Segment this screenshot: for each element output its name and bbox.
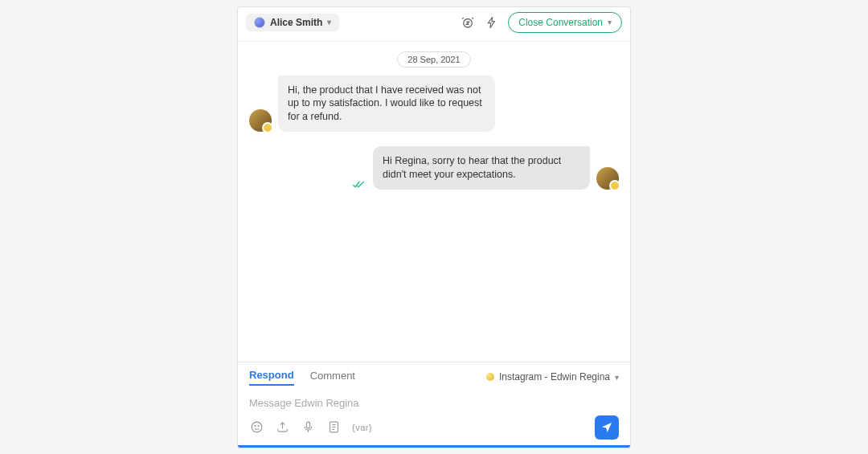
composer: Respond Comment Instagram - Edwin Regina… (238, 362, 630, 448)
emoji-icon[interactable] (249, 420, 264, 435)
channel-selector[interactable]: Instagram - Edwin Regina ▾ (486, 371, 619, 382)
microphone-icon[interactable] (301, 420, 315, 435)
close-conversation-label: Close Conversation (518, 17, 603, 28)
chevron-down-icon: ▾ (615, 373, 619, 382)
tab-respond[interactable]: Respond (249, 369, 294, 386)
assignee-avatar-icon (254, 17, 265, 28)
svg-point-1 (252, 422, 262, 432)
svg-rect-4 (306, 422, 309, 428)
message-input[interactable] (249, 394, 619, 415)
contact-avatar (249, 109, 272, 132)
template-icon[interactable] (326, 420, 341, 435)
send-button[interactable] (595, 415, 619, 440)
tab-comment[interactable]: Comment (310, 370, 355, 385)
upload-icon[interactable] (275, 420, 289, 435)
composer-toolbar: {var} (249, 415, 619, 440)
read-receipt-icon (352, 180, 365, 190)
date-separator: 28 Sep, 2021 (397, 51, 470, 67)
agent-avatar (596, 167, 619, 190)
channel-label: Instagram - Edwin Regina (499, 371, 610, 382)
message-bubble: Hi, the product that I have received was… (278, 76, 495, 133)
bolt-icon[interactable] (484, 14, 500, 31)
chat-window: Alice Smith ▾ Close Conversation ▾ (237, 6, 631, 448)
message-input-area (249, 394, 619, 415)
header-actions: Close Conversation ▾ (460, 12, 622, 33)
instagram-channel-icon (486, 373, 494, 381)
snooze-icon[interactable] (460, 14, 476, 31)
composer-tabs: Respond Comment Instagram - Edwin Regina… (249, 369, 619, 386)
message-row-incoming: Hi, the product that I have received was… (249, 76, 619, 133)
variable-insert-button[interactable]: {var} (352, 423, 372, 432)
conversation-header: Alice Smith ▾ Close Conversation ▾ (238, 7, 630, 42)
svg-point-3 (258, 426, 259, 427)
message-list: 28 Sep, 2021 Hi, the product that I have… (238, 42, 630, 362)
close-conversation-button[interactable]: Close Conversation ▾ (508, 12, 622, 33)
assignee-dropdown[interactable]: Alice Smith ▾ (246, 14, 339, 31)
chevron-down-icon: ▾ (608, 18, 612, 27)
svg-point-2 (254, 426, 255, 427)
accent-bar (238, 445, 630, 448)
assignee-name: Alice Smith (270, 17, 322, 28)
chevron-down-icon: ▾ (327, 18, 331, 27)
message-bubble: Hi Regina, sorry to hear that the produc… (373, 146, 590, 190)
message-row-outgoing: Hi Regina, sorry to hear that the produc… (249, 146, 619, 190)
